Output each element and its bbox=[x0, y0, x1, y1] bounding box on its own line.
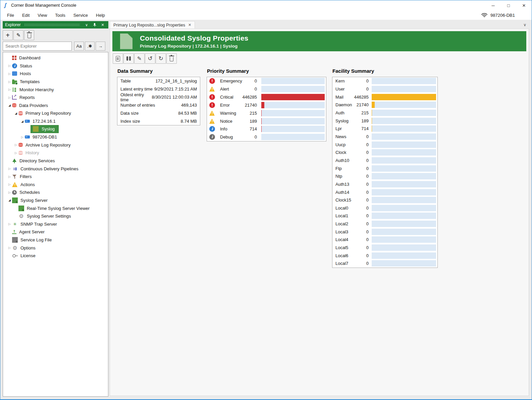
expander-collapsed-icon[interactable]: ▷ bbox=[7, 88, 12, 91]
expander-expanded-icon[interactable]: ◢ bbox=[13, 112, 18, 115]
facility-value: 0 bbox=[353, 245, 369, 250]
tree-item-history[interactable]: ▷History bbox=[3, 149, 108, 157]
expander-collapsed-icon[interactable]: ▷ bbox=[7, 246, 12, 249]
tree-item-label: Primary Log Repository bbox=[25, 111, 71, 116]
database-icon bbox=[18, 151, 23, 155]
tree-item-archive-log-repository[interactable]: ▷Archive Log Repository bbox=[3, 141, 108, 149]
minimize-button[interactable]: ─ bbox=[485, 0, 501, 10]
expander-expanded-icon[interactable]: ◢ bbox=[7, 198, 12, 202]
delete-button[interactable] bbox=[24, 30, 34, 40]
facility-summary-table: Kern0User0Mail446285Daemon21740Auth215Sy… bbox=[332, 77, 438, 268]
tree-item-data-providers[interactable]: ◢Data Providers bbox=[3, 102, 108, 110]
tree-item-snmp-trap-server[interactable]: ▷SNMP Trap Server bbox=[3, 220, 108, 228]
expander-collapsed-icon[interactable]: ▷ bbox=[7, 222, 12, 226]
tab-close-icon[interactable]: ✕ bbox=[188, 23, 191, 27]
document-icon bbox=[120, 34, 132, 49]
menu-view[interactable]: View bbox=[34, 11, 51, 19]
explorer-drag-grip[interactable] bbox=[24, 23, 80, 26]
facility-label: Local7 bbox=[335, 261, 353, 266]
tree-item-agent-server[interactable]: Agent Server bbox=[3, 228, 108, 236]
tree-item-continuous-delivery-pipelines[interactable]: ▷Continuous Delivery Pipelines bbox=[3, 165, 108, 173]
tree-item-real-time-syslog-server-viewer[interactable]: Real-Time Syslog Server Viewer bbox=[3, 204, 108, 212]
facility-summary-title: Facility Summary bbox=[332, 68, 438, 74]
tree-item-syslog-server[interactable]: ◢Syslog Server bbox=[3, 196, 108, 205]
document-content: Consolidated Syslog Properties Primary L… bbox=[110, 28, 529, 396]
menu-service[interactable]: Service bbox=[69, 11, 92, 19]
pin-button[interactable] bbox=[91, 21, 98, 28]
maximize-button[interactable]: □ bbox=[501, 0, 516, 10]
priority-bar-track bbox=[261, 78, 325, 84]
tab-list-chevron-icon[interactable]: ∨ bbox=[523, 22, 529, 27]
tree-item-service-log-file[interactable]: Service Log File bbox=[3, 236, 108, 244]
expander-collapsed-icon[interactable]: ▷ bbox=[7, 167, 12, 170]
priority-bar-track bbox=[261, 110, 325, 116]
priority-row-alert: Alert0 bbox=[207, 85, 326, 93]
tree-item-primary-log-repository[interactable]: ◢Primary Log Repository bbox=[3, 109, 108, 117]
expander-expanded-icon[interactable]: ◢ bbox=[7, 104, 12, 107]
tab-label: Primary Log Reposito...slog Properties bbox=[113, 23, 185, 27]
add-button[interactable] bbox=[3, 30, 13, 40]
history-button[interactable] bbox=[145, 53, 155, 64]
menu-help[interactable]: Help bbox=[92, 11, 109, 19]
expander-collapsed-icon[interactable]: ▷ bbox=[7, 191, 12, 194]
regex-button[interactable]: .✱ bbox=[85, 42, 95, 51]
search-input[interactable] bbox=[3, 42, 72, 51]
tab-primary-log-properties[interactable]: Primary Log Reposito...slog Properties ✕ bbox=[110, 21, 195, 28]
expander-expanded-icon[interactable]: ◢ bbox=[20, 120, 25, 123]
expander-collapsed-icon[interactable]: ▷ bbox=[7, 72, 12, 75]
tree-item-label: 987206-DB1 bbox=[33, 134, 57, 139]
facility-bar-track bbox=[372, 133, 436, 140]
tree-item-monitor-hierarchy[interactable]: ▷Monitor Hierarchy bbox=[3, 85, 108, 94]
tree-item-label: Data Providers bbox=[19, 103, 48, 108]
expander-collapsed-icon[interactable]: ▷ bbox=[7, 96, 12, 99]
facility-label: Lpr bbox=[335, 126, 353, 131]
tree-item-syslog[interactable]: Syslog bbox=[3, 125, 108, 133]
priority-value: 189 bbox=[240, 119, 257, 124]
expander-collapsed-icon[interactable]: ▷ bbox=[7, 64, 12, 67]
refresh-icon bbox=[158, 55, 163, 62]
expander-collapsed-icon[interactable]: ▷ bbox=[7, 183, 12, 186]
edit-button[interactable] bbox=[134, 53, 145, 64]
expander-collapsed-icon[interactable]: ▷ bbox=[13, 151, 18, 155]
expander-collapsed-icon[interactable]: ▷ bbox=[20, 135, 25, 139]
collapse-chevron-button[interactable]: ∨ bbox=[83, 21, 90, 28]
refresh-button[interactable] bbox=[156, 53, 166, 64]
tree-item-schedules[interactable]: ▷Schedules bbox=[3, 188, 108, 196]
menu-file[interactable]: File bbox=[3, 11, 18, 19]
facility-value: 0 bbox=[353, 174, 369, 179]
close-button[interactable]: ✕ bbox=[99, 21, 106, 28]
tree-item-filters[interactable]: ▷Filters bbox=[3, 173, 108, 181]
tree-item-status[interactable]: ▷Status bbox=[3, 62, 108, 70]
tree-item-syslog-server-settings[interactable]: Syslog Server Settings bbox=[3, 212, 108, 220]
tree-item-dashboard[interactable]: Dashboard bbox=[3, 54, 108, 62]
facility-value: 0 bbox=[353, 213, 369, 218]
tree-item-actions[interactable]: ▷Actions bbox=[3, 181, 108, 189]
report-button[interactable] bbox=[113, 53, 123, 64]
tree-item-label: Service Log File bbox=[20, 237, 52, 242]
match-case-button[interactable]: Aa bbox=[74, 42, 84, 51]
tree-item-label: History bbox=[25, 150, 39, 155]
tree-item-987206-db1[interactable]: ▷987206-DB1 bbox=[3, 133, 108, 141]
edit-button[interactable] bbox=[13, 30, 23, 40]
edit-icon bbox=[137, 55, 142, 62]
close-button[interactable]: ✕ bbox=[516, 0, 532, 10]
tree-item-hosts[interactable]: ▷Hosts bbox=[3, 70, 108, 78]
expander-collapsed-icon[interactable]: ▷ bbox=[13, 143, 18, 147]
facility-bar-track bbox=[372, 189, 436, 195]
tree-item-options[interactable]: ▷Options bbox=[3, 244, 108, 252]
expander-collapsed-icon[interactable]: ▷ bbox=[7, 80, 12, 83]
facility-bar-track bbox=[372, 157, 436, 164]
tree-item-172-24-16-1[interactable]: ◢172.24.16.1 bbox=[3, 117, 108, 125]
tree-item-templates[interactable]: ▷Templates bbox=[3, 78, 108, 86]
search-go-button[interactable]: → bbox=[96, 42, 105, 51]
doc-gray-gear-icon bbox=[12, 237, 18, 243]
tree-item-reports[interactable]: ▷Reports bbox=[3, 94, 108, 102]
expander-collapsed-icon[interactable]: ▷ bbox=[7, 175, 12, 178]
menu-edit[interactable]: Edit bbox=[18, 11, 34, 19]
delete-button[interactable] bbox=[166, 53, 177, 64]
tree-item-directory-services[interactable]: Directory Services bbox=[3, 157, 108, 165]
tree-item-license[interactable]: License bbox=[3, 252, 108, 260]
tree-item-label: Agent Server bbox=[19, 229, 45, 234]
menu-tools[interactable]: Tools bbox=[51, 11, 69, 19]
find-button[interactable] bbox=[123, 53, 134, 64]
